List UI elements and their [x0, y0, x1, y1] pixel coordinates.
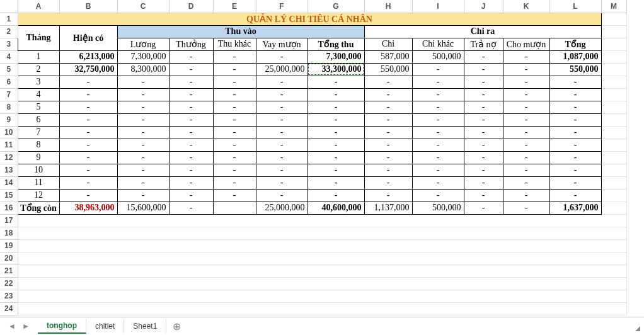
cell-tong-thu[interactable]: - [308, 113, 364, 126]
cell-thang[interactable]: 8 [18, 139, 59, 151]
col-header[interactable]: L [549, 0, 601, 13]
header-chi-khac[interactable]: Chi khác [412, 38, 464, 50]
cell-vay-muon[interactable]: - [256, 176, 308, 189]
cell-vay-muon[interactable]: - [256, 88, 308, 101]
cell-chi[interactable]: 550,000 [364, 63, 412, 76]
cell-tra-no[interactable]: - [464, 50, 503, 63]
row-header[interactable]: 21 [0, 264, 18, 277]
cell-thu-khac[interactable]: - [213, 63, 256, 76]
cell-hien-co[interactable]: - [59, 88, 117, 101]
cell-tong-thu[interactable]: 7,300,000 [308, 50, 364, 63]
cell-thuong[interactable]: - [169, 76, 213, 88]
cell-chi-khac[interactable]: - [412, 113, 464, 126]
row-header[interactable]: 18 [0, 227, 18, 239]
cell-cho-muon[interactable]: - [503, 88, 549, 101]
cell-chi[interactable]: - [364, 101, 412, 113]
row-header[interactable]: 8 [0, 101, 18, 113]
cell-cho-muon[interactable]: - [503, 50, 549, 63]
cell-empty[interactable] [601, 101, 626, 113]
cell-tong[interactable]: 1,087,000 [549, 50, 601, 63]
cell-vay-muon[interactable]: - [256, 164, 308, 176]
cell-hien-co[interactable]: - [59, 139, 117, 151]
cell-tong-thu[interactable]: - [308, 151, 364, 164]
cell-thu-khac[interactable]: - [213, 76, 256, 88]
cell-tra-no[interactable]: - [464, 88, 503, 101]
row-header[interactable]: 9 [0, 113, 18, 126]
cell-empty[interactable] [601, 126, 626, 139]
cell-tra-no[interactable]: - [464, 139, 503, 151]
cell-tong[interactable]: - [549, 164, 601, 176]
cell-luong[interactable]: - [117, 139, 169, 151]
header-tra-no[interactable]: Trả nợ [464, 38, 503, 50]
cell-chi[interactable]: - [364, 88, 412, 101]
spreadsheet-grid[interactable]: A B C D E F G H I J K L M 1 QUẢN LÝ CHI … [0, 0, 627, 315]
cell-thu-khac[interactable]: - [213, 176, 256, 189]
cell-vay-muon[interactable]: - [256, 113, 308, 126]
cell-thang[interactable]: 2 [18, 63, 59, 76]
cell-chi-khac[interactable]: - [412, 139, 464, 151]
cell-tong[interactable]: - [549, 101, 601, 113]
totals-vay-muon[interactable]: 25,000,000 [256, 202, 308, 214]
cell-luong[interactable]: - [117, 113, 169, 126]
cell-tra-no[interactable]: - [464, 126, 503, 139]
header-chi-ra[interactable]: Chi ra [364, 25, 601, 38]
cell-luong[interactable]: - [117, 151, 169, 164]
row-header[interactable]: 16 [0, 202, 18, 214]
cell-hien-co[interactable]: 6,213,000 [59, 50, 117, 63]
cell-chi[interactable]: - [364, 164, 412, 176]
totals-tong[interactable]: 1,637,000 [549, 202, 601, 214]
cell-cho-muon[interactable]: - [503, 139, 549, 151]
tab-nav-buttons[interactable]: ◄ ► [0, 322, 38, 331]
cell-tong[interactable]: - [549, 88, 601, 101]
cell-tra-no[interactable]: - [464, 176, 503, 189]
cell-hien-co[interactable]: - [59, 113, 117, 126]
cell-chi[interactable]: - [364, 139, 412, 151]
cell-cho-muon[interactable]: - [503, 151, 549, 164]
cell-tong-thu[interactable]: - [308, 164, 364, 176]
cell-tra-no[interactable]: - [464, 101, 503, 113]
new-sheet-button[interactable]: ⊕ [166, 319, 187, 334]
cell-empty[interactable] [18, 239, 626, 252]
cell-thang[interactable]: 4 [18, 88, 59, 101]
cell-hien-co[interactable]: - [59, 164, 117, 176]
cell-thu-khac[interactable]: - [213, 113, 256, 126]
cell-empty[interactable] [18, 290, 626, 302]
row-header[interactable]: 15 [0, 189, 18, 202]
header-chi[interactable]: Chi [364, 38, 412, 50]
cell-chi-khac[interactable]: - [412, 88, 464, 101]
col-header[interactable]: G [308, 0, 364, 13]
cell-empty[interactable] [601, 189, 626, 202]
cell-empty[interactable] [601, 202, 626, 214]
cell-empty[interactable] [601, 38, 626, 50]
chevron-left-icon[interactable]: ◄ [8, 322, 16, 331]
cell-tra-no[interactable]: - [464, 76, 503, 88]
totals-chi[interactable]: 1,137,000 [364, 202, 412, 214]
cell-tong[interactable]: - [549, 151, 601, 164]
row-header[interactable]: 1 [0, 13, 18, 25]
page-title[interactable]: QUẢN LÝ CHI TIÊU CÁ NHÂN [18, 13, 601, 25]
cell-thang[interactable]: 7 [18, 126, 59, 139]
cell-vay-muon[interactable]: - [256, 101, 308, 113]
header-thang[interactable]: Tháng [18, 25, 59, 50]
row-header[interactable]: 6 [0, 76, 18, 88]
cell-empty[interactable] [601, 13, 626, 25]
cell-empty[interactable] [18, 214, 626, 227]
col-header[interactable]: C [117, 0, 169, 13]
totals-thu-khac[interactable] [213, 202, 256, 214]
cell-chi[interactable]: 587,000 [364, 50, 412, 63]
cell-chi-khac[interactable]: 500,000 [412, 50, 464, 63]
row-header[interactable]: 5 [0, 63, 18, 76]
cell-tong-thu[interactable]: - [308, 139, 364, 151]
cell-tra-no[interactable]: - [464, 189, 503, 202]
cell-chi[interactable]: - [364, 151, 412, 164]
row-header[interactable]: 20 [0, 252, 18, 264]
header-vay-muon[interactable]: Vay mượn [256, 38, 308, 50]
cell-thuong[interactable]: - [169, 113, 213, 126]
cell-thuong[interactable]: - [169, 101, 213, 113]
cell-hien-co[interactable]: - [59, 189, 117, 202]
cell-cho-muon[interactable]: - [503, 101, 549, 113]
cell-thuong[interactable]: - [169, 151, 213, 164]
cell-luong[interactable]: 7,300,000 [117, 50, 169, 63]
header-tong-thu[interactable]: Tổng thu [308, 38, 364, 50]
totals-hien-co[interactable]: 38,963,000 [59, 202, 117, 214]
